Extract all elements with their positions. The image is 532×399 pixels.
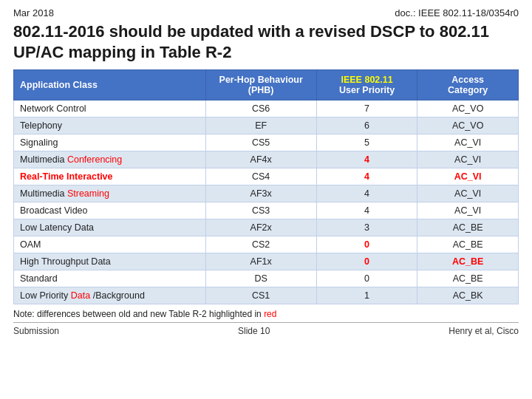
cell-ac: AC_BE xyxy=(417,253,519,270)
cell-phb: CS6 xyxy=(205,100,316,117)
main-table: Application Class Per-Hop Behaviour(PHB)… xyxy=(13,69,519,304)
table-row: SignalingCS55AC_VI xyxy=(14,134,519,151)
table-row: Broadcast VideoCS34AC_VI xyxy=(14,202,519,219)
table-row: High Throughput DataAF1x0AC_BE xyxy=(14,253,519,270)
table-row: Low Latency DataAF2x3AC_BE xyxy=(14,219,519,236)
red-highlight: red xyxy=(264,309,276,319)
cell-phb: AF1x xyxy=(205,253,316,270)
cell-app-class: OAM xyxy=(14,236,206,253)
cell-app-class: Standard xyxy=(14,270,206,287)
footer-right: Henry et al, Cisco xyxy=(449,326,519,336)
cell-ac: AC_VO xyxy=(417,100,519,117)
cell-app-class: Telephony xyxy=(14,117,206,134)
cell-app-class: High Throughput Data xyxy=(14,253,206,270)
page: Mar 2018 doc.: IEEE 802.11-18/0354r0 802… xyxy=(0,0,532,399)
cell-phb: EF xyxy=(205,117,316,134)
cell-up: 4 xyxy=(316,185,417,202)
cell-phb: CS5 xyxy=(205,134,316,151)
table-row: TelephonyEF6AC_VO xyxy=(14,117,519,134)
footer-center: Slide 10 xyxy=(238,326,270,336)
cell-app-class: Low Latency Data xyxy=(14,219,206,236)
date-label: Mar 2018 xyxy=(13,7,54,18)
cell-app-class: Real-Time Interactive xyxy=(14,168,206,185)
cell-up: 3 xyxy=(316,219,417,236)
cell-up: 6 xyxy=(316,117,417,134)
cell-phb: CS4 xyxy=(205,168,316,185)
cell-phb: CS3 xyxy=(205,202,316,219)
cell-ac: AC_VI xyxy=(417,151,519,168)
cell-up: 0 xyxy=(316,253,417,270)
table-body: Network ControlCS67AC_VOTelephonyEF6AC_V… xyxy=(14,100,519,304)
table-row: Network ControlCS67AC_VO xyxy=(14,100,519,117)
footer-bottom: Submission Slide 10 Henry et al, Cisco xyxy=(13,322,519,336)
cell-app-class: Multimedia Streaming xyxy=(14,185,206,202)
footer-left: Submission xyxy=(13,326,59,336)
cell-up: 4 xyxy=(316,202,417,219)
cell-app-class: Network Control xyxy=(14,100,206,117)
cell-up: 4 xyxy=(316,168,417,185)
table-header-row: Application Class Per-Hop Behaviour(PHB)… xyxy=(14,70,519,100)
col-header-up: IEEE 802.11User Priority xyxy=(316,70,417,100)
cell-phb: CS2 xyxy=(205,236,316,253)
cell-phb: AF4x xyxy=(205,151,316,168)
footer-note: Note: differences between old and new Ta… xyxy=(13,309,519,319)
cell-phb: DS xyxy=(205,270,316,287)
cell-phb: AF3x xyxy=(205,185,316,202)
cell-up: 0 xyxy=(316,270,417,287)
table-row: Multimedia ConferencingAF4x4AC_VI xyxy=(14,151,519,168)
header-row: Mar 2018 doc.: IEEE 802.11-18/0354r0 xyxy=(13,7,519,18)
cell-up: 1 xyxy=(316,287,417,304)
doc-ref: doc.: IEEE 802.11-18/0354r0 xyxy=(395,7,519,18)
cell-ac: AC_BE xyxy=(417,270,519,287)
cell-ac: AC_VI xyxy=(417,134,519,151)
cell-up: 4 xyxy=(316,151,417,168)
cell-app-class: Multimedia Conferencing xyxy=(14,151,206,168)
table-row: Real-Time InteractiveCS44AC_VI xyxy=(14,168,519,185)
col-header-ac: AccessCategory xyxy=(417,70,519,100)
cell-phb: AF2x xyxy=(205,219,316,236)
cell-ac: AC_BK xyxy=(417,287,519,304)
page-title: 802.11-2016 should be updated with a rev… xyxy=(13,21,519,62)
cell-ac: AC_BE xyxy=(417,219,519,236)
cell-up: 5 xyxy=(316,134,417,151)
cell-app-class: Broadcast Video xyxy=(14,202,206,219)
cell-ac: AC_VI xyxy=(417,168,519,185)
col-header-app: Application Class xyxy=(14,70,206,100)
cell-app-class: Low Priority Data /Background xyxy=(14,287,206,304)
cell-ac: AC_BE xyxy=(417,236,519,253)
table-row: StandardDS0AC_BE xyxy=(14,270,519,287)
cell-ac: AC_VI xyxy=(417,185,519,202)
cell-up: 7 xyxy=(316,100,417,117)
col-header-phb: Per-Hop Behaviour(PHB) xyxy=(205,70,316,100)
table-row: Multimedia StreamingAF3x4AC_VI xyxy=(14,185,519,202)
cell-up: 0 xyxy=(316,236,417,253)
cell-phb: CS1 xyxy=(205,287,316,304)
cell-ac: AC_VI xyxy=(417,202,519,219)
table-row: OAMCS20AC_BE xyxy=(14,236,519,253)
cell-app-class: Signaling xyxy=(14,134,206,151)
cell-ac: AC_VO xyxy=(417,117,519,134)
table-row: Low Priority Data /BackgroundCS11AC_BK xyxy=(14,287,519,304)
